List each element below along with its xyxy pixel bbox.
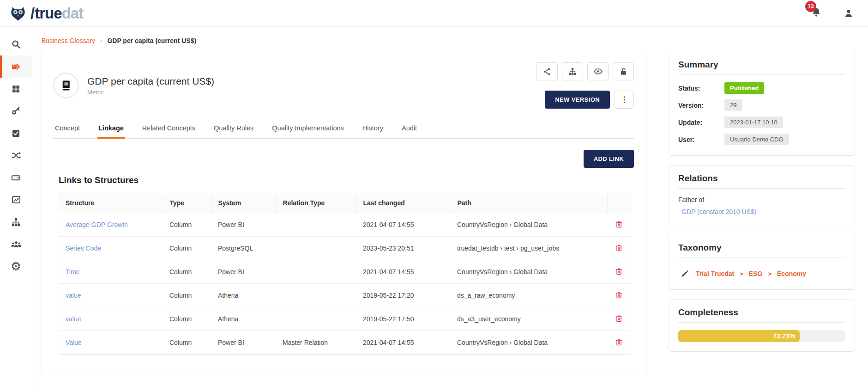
check-square-icon	[11, 129, 21, 138]
sidebar-item-taxonomy[interactable]	[0, 211, 32, 233]
sidebar-item-structures[interactable]	[0, 166, 32, 189]
cell-last-changed: 2021-04-07 14:55	[356, 331, 451, 355]
structure-link[interactable]: value	[66, 292, 81, 299]
share-icon	[542, 67, 552, 76]
cell-path: CountryVsRegion › Global Data	[451, 331, 607, 355]
new-version-button[interactable]: NEW VERSION	[545, 91, 610, 109]
chart-icon	[11, 195, 21, 205]
top-header: /truedat 13	[0, 0, 868, 27]
cell-type: Column	[163, 331, 211, 355]
cell-path: CountryVsRegion › Global Data	[451, 213, 607, 237]
cell-last-changed: 2019-05-22 17:20	[356, 284, 451, 307]
sidebar-item-users[interactable]	[0, 233, 32, 255]
add-link-button[interactable]: ADD LINK	[584, 150, 634, 168]
version-badge: 29	[724, 99, 742, 111]
relation-kind-label: Father of	[678, 196, 845, 203]
table-row: Average GDP GrowthColumnPower BI2021-04-…	[59, 213, 631, 237]
delete-link-button[interactable]	[614, 313, 624, 324]
relation-link[interactable]: GDP (constant 2010 US$)	[681, 208, 845, 215]
sidebar-item-dashboards[interactable]	[0, 78, 32, 100]
breadcrumb-current: GDP per capita (current US$)	[107, 37, 196, 44]
trash-icon	[615, 338, 623, 347]
completeness-bar: 72.73%	[678, 330, 845, 342]
completeness-panel: Completeness 72.73%	[669, 300, 855, 352]
tab-quality-rules[interactable]: Quality Rules	[213, 122, 254, 138]
tab-history[interactable]: History	[362, 122, 384, 138]
sidebar-item-lineage[interactable]	[0, 144, 32, 166]
sidebar-item-quality[interactable]	[0, 122, 32, 144]
structure-link[interactable]: Value	[66, 339, 82, 346]
breadcrumb: Business Glossary › GDP per capita (curr…	[42, 37, 855, 44]
cell-type: Column	[163, 307, 211, 331]
cell-last-changed: 2021-04-07 14:55	[356, 260, 451, 284]
tag-icon	[11, 61, 21, 72]
tab-quality-implementations[interactable]: Quality Implementations	[271, 122, 345, 138]
grid-icon	[11, 84, 21, 94]
tab-audit[interactable]: Audit	[401, 122, 418, 138]
update-badge: 2023-01-17 10:10	[724, 116, 783, 128]
user-label: User:	[678, 136, 724, 143]
cell-path: ds_a3_user_economy	[451, 307, 607, 331]
user-badge: Usuario Demo CDO	[724, 134, 789, 145]
cell-system: Power BI	[211, 213, 276, 237]
table-row: ValueColumnPower BIMaster Relation2021-0…	[59, 331, 631, 355]
cell-system: Athena	[211, 307, 276, 331]
update-label: Update:	[678, 119, 724, 126]
notifications-button[interactable]: 13	[811, 7, 822, 20]
sidebar-item-search[interactable]	[0, 33, 32, 55]
cell-system: PostgreSQL	[211, 237, 276, 260]
taxonomy-link-esg[interactable]: ESG	[749, 270, 763, 277]
cell-relation-type	[276, 237, 356, 260]
sidebar-item-analytics[interactable]	[0, 189, 32, 211]
delete-link-button[interactable]	[614, 243, 624, 253]
logo-dat: dat	[62, 5, 84, 22]
edit-pencil-icon[interactable]	[680, 269, 689, 278]
column-header-actions	[607, 193, 631, 213]
delete-link-button[interactable]	[614, 337, 624, 348]
taxonomy-link-trial-truedat[interactable]: Trial Truedat	[696, 270, 734, 277]
structure-link[interactable]: Average GDP Growth	[66, 221, 128, 228]
cell-last-changed: 2021-04-07 14:55	[356, 213, 451, 237]
share-button[interactable]	[536, 62, 558, 80]
summary-panel: Summary Status: Published Version: 29 Up…	[669, 52, 855, 156]
structure-links-button[interactable]	[562, 62, 583, 80]
sidebar-item-settings[interactable]: ⚙	[0, 255, 32, 277]
tab-related-concepts[interactable]: Related Concepts	[141, 122, 196, 138]
structure-link[interactable]: Time	[66, 268, 80, 276]
structure-link[interactable]: value	[66, 315, 81, 323]
right-sidebar: Summary Status: Published Version: 29 Up…	[669, 52, 855, 352]
tab-concept[interactable]: Concept	[54, 122, 81, 138]
trash-icon	[615, 314, 623, 323]
concept-type-label: Metric	[87, 89, 214, 96]
cell-type: Column	[163, 284, 211, 307]
structure-link[interactable]: Series Code	[66, 245, 101, 252]
trash-icon	[615, 244, 623, 252]
completeness-percent: 72.73%	[773, 332, 795, 340]
watch-button[interactable]	[587, 62, 609, 80]
column-header-relation-type: Relation Type	[276, 193, 356, 213]
shuffle-icon	[11, 150, 21, 160]
status-badge: Published	[724, 82, 764, 94]
taxonomy-title: Taxonomy	[678, 243, 845, 258]
delete-link-button[interactable]	[614, 290, 624, 300]
links-section-heading: Links to Structures	[59, 175, 634, 185]
logo-wordmark: /truedat	[30, 6, 83, 21]
tab-linkage[interactable]: Linkage	[97, 122, 125, 139]
concept-card: GDP per capita (current US$) Metric	[41, 52, 646, 375]
left-sidebar: ⚙	[0, 27, 32, 392]
breadcrumb-parent[interactable]: Business Glossary	[42, 37, 95, 44]
breadcrumb-separator: ›	[100, 37, 102, 44]
trash-icon	[615, 267, 623, 276]
users-icon	[11, 239, 22, 250]
more-actions-button[interactable]: ⋮	[615, 91, 634, 109]
user-menu-icon[interactable]	[843, 8, 854, 19]
sidebar-item-glossary[interactable]	[0, 55, 32, 78]
table-row: valueColumnAthena2019-05-22 17:50ds_a3_u…	[59, 307, 631, 331]
delete-link-button[interactable]	[614, 266, 624, 277]
delete-link-button[interactable]	[614, 219, 624, 230]
unlock-button[interactable]	[613, 62, 634, 80]
taxonomy-link-economy[interactable]: Economy	[777, 270, 806, 277]
sidebar-item-permissions[interactable]	[0, 100, 32, 122]
taxonomy-path: Trial Truedat>ESG>Economy	[696, 270, 806, 277]
cell-relation-type: Master Relation	[276, 331, 356, 355]
